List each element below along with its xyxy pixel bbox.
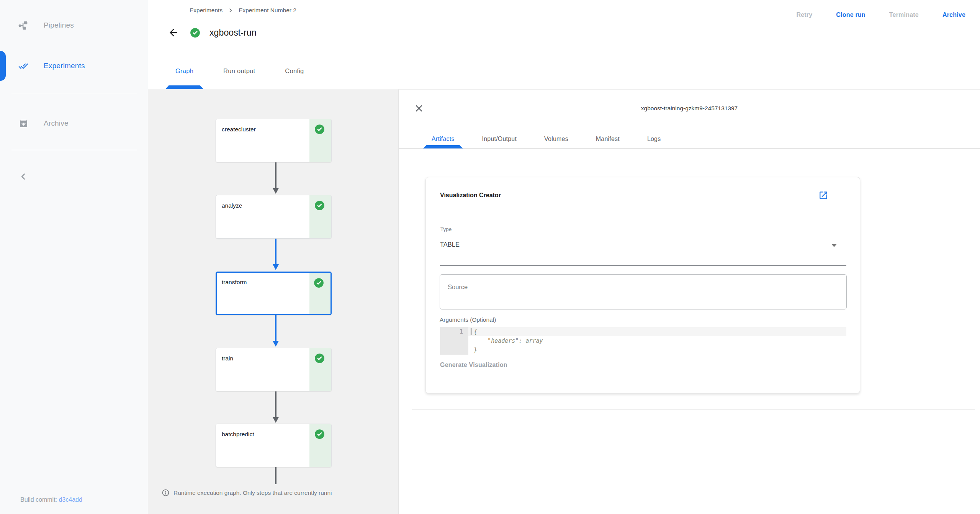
pipeline-graph: createcluster analyze transform <box>148 89 398 514</box>
tab-manifest[interactable]: Manifest <box>587 130 628 149</box>
node-success-icon <box>314 353 325 363</box>
terminate-button[interactable]: Terminate <box>889 11 919 18</box>
edge-line <box>273 467 279 484</box>
step-detail-tabs: Artifacts Input/Output Volumes Manifest … <box>399 130 980 149</box>
run-header: Experiments Experiment Number 2 Retry Cl… <box>148 0 980 53</box>
sidebar-item-label: Pipelines <box>44 21 74 29</box>
arguments-code-editor[interactable]: 1 { "headers": array } <box>440 327 846 355</box>
generate-visualization-button[interactable]: Generate Visualization <box>440 362 507 368</box>
code-line: } <box>468 345 846 355</box>
sidebar: Pipelines Experiments Archive Build comm… <box>0 0 148 514</box>
retry-button[interactable]: Retry <box>796 11 812 18</box>
sidebar-item-label: Archive <box>44 119 69 128</box>
breadcrumb: Experiments Experiment Number 2 <box>190 7 296 14</box>
build-commit-label: Build commit: <box>20 496 59 503</box>
edge-arrow <box>273 391 279 423</box>
clone-run-button[interactable]: Clone run <box>836 11 865 18</box>
code-lines: { "headers": array } <box>468 327 846 355</box>
back-arrow-icon[interactable] <box>167 26 180 39</box>
build-commit-link[interactable]: d3c4add <box>59 496 82 503</box>
artifacts-tab-content: Visualization Creator Type TABLE Source … <box>399 149 980 514</box>
node-success-icon <box>314 278 324 288</box>
type-select-value: TABLE <box>440 241 460 248</box>
tab-logs[interactable]: Logs <box>639 130 669 149</box>
section-divider <box>412 409 975 410</box>
main-area: Experiments Experiment Number 2 Retry Cl… <box>148 0 980 514</box>
archive-icon <box>18 118 28 128</box>
active-tab-indicator <box>423 145 463 149</box>
run-actions: Retry Clone run Terminate Archive <box>796 11 965 18</box>
source-input-placeholder: Source <box>448 283 468 291</box>
tab-graph[interactable]: Graph <box>165 53 203 89</box>
chevron-right-icon <box>228 8 233 13</box>
graph-note-text: Runtime execution graph. Only steps that… <box>173 489 332 496</box>
node-label: analyze <box>222 202 242 209</box>
node-success-icon <box>314 429 325 439</box>
graph-node-train[interactable]: train <box>216 348 332 391</box>
chevron-down-icon[interactable] <box>831 244 837 247</box>
type-select-underline <box>440 265 846 266</box>
graph-node-createcluster[interactable]: createcluster <box>216 119 332 162</box>
edge-arrow <box>273 162 279 194</box>
tab-label: Manifest <box>596 136 620 142</box>
node-success-icon <box>314 200 325 211</box>
breadcrumb-current: Experiment Number 2 <box>239 7 296 14</box>
edge-arrow-selected <box>273 315 279 347</box>
info-icon <box>162 489 170 497</box>
node-label: train <box>222 355 233 362</box>
node-label: batchpredict <box>222 431 254 438</box>
tab-artifacts[interactable]: Artifacts <box>423 130 463 149</box>
node-label: createcluster <box>222 126 256 133</box>
graph-node-transform[interactable]: transform <box>216 272 332 315</box>
node-success-icon <box>314 124 325 134</box>
tab-run-output[interactable]: Run output <box>213 53 265 89</box>
sidebar-item-pipelines[interactable]: Pipelines <box>0 15 148 36</box>
experiments-icon <box>18 61 28 71</box>
tab-label: Graph <box>175 67 193 75</box>
archive-button[interactable]: Archive <box>942 11 965 18</box>
build-commit: Build commit: d3c4add <box>20 496 82 503</box>
code-line: "headers": array <box>468 336 846 345</box>
type-select-label: Type <box>440 226 452 232</box>
active-tab-indicator <box>165 85 203 89</box>
run-title-row: xgboost-run <box>167 26 257 39</box>
tab-config[interactable]: Config <box>275 53 314 89</box>
tab-label: Artifacts <box>432 136 455 142</box>
open-in-new-icon[interactable] <box>818 190 829 201</box>
step-detail-panel: xgboost-training-gzkm9-2457131397 Artifa… <box>398 89 980 514</box>
visualization-creator-title: Visualization Creator <box>440 192 501 199</box>
visualization-creator-card: Visualization Creator Type TABLE Source … <box>425 177 860 393</box>
code-line: { <box>468 327 846 336</box>
edge-arrow-selected <box>273 239 279 270</box>
tab-input-output[interactable]: Input/Output <box>474 130 525 149</box>
tab-label: Volumes <box>544 136 568 142</box>
arguments-label: Arguments (Optional) <box>440 316 496 323</box>
tab-label: Run output <box>223 67 255 75</box>
sidebar-item-archive[interactable]: Archive <box>0 113 148 134</box>
sidebar-item-experiments[interactable]: Experiments <box>0 55 148 77</box>
step-name: xgboost-training-gzkm9-2457131397 <box>399 105 980 112</box>
pipelines-icon <box>18 20 28 30</box>
graph-note: Runtime execution graph. Only steps that… <box>162 489 332 497</box>
run-success-icon <box>190 28 200 38</box>
line-number: 1 <box>460 328 463 335</box>
tab-volumes[interactable]: Volumes <box>536 130 577 149</box>
collapse-sidebar-button[interactable] <box>17 170 30 183</box>
text-cursor <box>471 328 471 335</box>
run-content: createcluster analyze transform <box>148 89 980 514</box>
source-input[interactable]: Source <box>440 274 847 309</box>
sidebar-divider <box>11 93 137 93</box>
type-select[interactable] <box>426 219 860 266</box>
breadcrumb-experiments[interactable]: Experiments <box>190 7 223 14</box>
active-nav-indicator <box>0 51 6 81</box>
sidebar-divider <box>11 150 137 150</box>
tab-label: Input/Output <box>482 136 517 142</box>
tab-label: Config <box>285 67 304 75</box>
graph-node-batchpredict[interactable]: batchpredict <box>216 424 332 467</box>
code-gutter: 1 <box>440 327 468 355</box>
run-title: xgboost-run <box>209 28 257 38</box>
graph-node-analyze[interactable]: analyze <box>216 195 332 239</box>
run-tabbar: Graph Run output Config <box>148 53 980 89</box>
sidebar-item-label: Experiments <box>44 62 85 70</box>
tab-label: Logs <box>647 136 661 142</box>
